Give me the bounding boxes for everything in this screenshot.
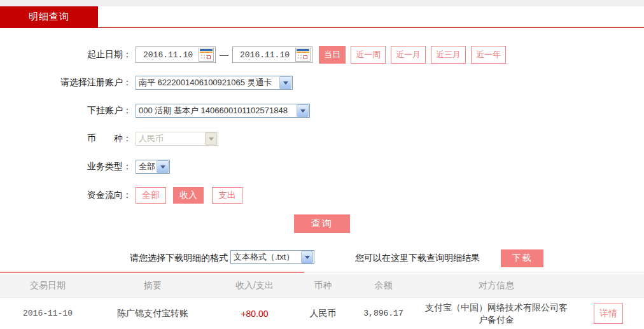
header-summary: 摘要 bbox=[95, 280, 210, 291]
header-trade-date: 交易日期 bbox=[0, 280, 95, 291]
sub-account-label: 下挂账户： bbox=[0, 105, 132, 116]
header-counterparty: 对方信息 bbox=[420, 280, 573, 291]
table-header: 交易日期 摘要 收入/支出 币种 余额 对方信息 bbox=[0, 274, 644, 298]
chevron-down-icon bbox=[157, 160, 169, 173]
currency-label: 币 种： bbox=[0, 133, 132, 144]
detail-query-page: 明细查询 起止日期： 2016.11.10 — 2016.11.10 当日 近一… bbox=[0, 0, 644, 329]
business-type-label: 业务类型： bbox=[0, 161, 132, 172]
tab-underline bbox=[0, 27, 644, 28]
download-format-select[interactable]: 文本格式（.txt） bbox=[230, 250, 314, 264]
query-button[interactable]: 查询 bbox=[294, 214, 350, 233]
sub-account-select[interactable]: 000 活期 基本户 1406600101102571848 bbox=[136, 104, 310, 118]
cell-currency: 人民币 bbox=[299, 308, 347, 319]
date-range-label: 起止日期： bbox=[0, 49, 132, 60]
calendar-icon[interactable] bbox=[295, 48, 311, 62]
date-end-input[interactable]: 2016.11.10 bbox=[232, 46, 312, 63]
business-type-value: 全部 bbox=[136, 161, 156, 172]
cell-amount: +80.00 bbox=[210, 309, 299, 319]
chevron-down-icon bbox=[301, 251, 313, 263]
download-format-value: 文本格式（.txt） bbox=[231, 251, 300, 263]
cell-summary: 陈广锦支付宝转账 bbox=[95, 308, 210, 319]
header-currency: 币种 bbox=[299, 280, 347, 291]
tab-detail-query[interactable]: 明细查询 bbox=[0, 6, 98, 27]
chevron-down-icon bbox=[279, 76, 291, 89]
date-range-separator: — bbox=[220, 50, 228, 60]
tab-title: 明细查询 bbox=[29, 11, 69, 23]
panel-bottom-divider-right bbox=[304, 272, 644, 273]
quick-range-month-button[interactable]: 近一月 bbox=[391, 46, 426, 64]
register-account-label: 请选择注册账户： bbox=[0, 77, 132, 88]
register-account-value: 南平 6222001406100921065 灵通卡 bbox=[136, 77, 279, 88]
panel-bottom-divider bbox=[0, 272, 304, 273]
quick-range-quarter-button[interactable]: 近三月 bbox=[431, 46, 466, 64]
fund-flow-expense-button[interactable]: 支出 bbox=[212, 187, 242, 204]
fund-flow-income-button[interactable]: 收入 bbox=[173, 187, 204, 204]
date-end-value: 2016.11.10 bbox=[234, 50, 295, 60]
currency-select: 人民币 bbox=[136, 132, 218, 146]
chevron-down-icon bbox=[297, 104, 309, 117]
sub-account-value: 000 活期 基本户 1406600101102571848 bbox=[136, 105, 296, 116]
quick-range-today-button[interactable]: 当日 bbox=[319, 46, 346, 64]
download-button[interactable]: 下载 bbox=[501, 249, 543, 267]
date-start-value: 2016.11.10 bbox=[137, 50, 199, 60]
header-income-expense: 收入/支出 bbox=[210, 280, 299, 291]
cell-trade-date: 2016-11-10 bbox=[0, 309, 95, 318]
header-balance: 余额 bbox=[347, 280, 420, 291]
cell-counterparty: 支付宝（中国）网络技术有限公司客户备付金 bbox=[420, 302, 573, 326]
cell-balance: 3,896.17 bbox=[347, 309, 420, 318]
chevron-down-icon bbox=[205, 132, 217, 145]
register-account-select[interactable]: 南平 6222001406100921065 灵通卡 bbox=[136, 76, 293, 90]
table-row: 2016-11-10 陈广锦支付宝转账 +80.00 人民币 3,896.17 … bbox=[0, 298, 644, 329]
cell-action: 详情 bbox=[573, 304, 644, 324]
detail-button[interactable]: 详情 bbox=[594, 304, 623, 324]
fund-flow-label: 资金流向： bbox=[0, 190, 132, 201]
calendar-icon[interactable] bbox=[199, 48, 214, 62]
currency-value: 人民币 bbox=[136, 133, 204, 144]
quick-range-week-button[interactable]: 近一周 bbox=[351, 46, 386, 64]
fund-flow-all-button[interactable]: 全部 bbox=[136, 187, 166, 204]
top-strip bbox=[0, 0, 644, 6]
date-start-input[interactable]: 2016.11.10 bbox=[136, 46, 216, 63]
download-format-label: 请您选择下载明细的格式 bbox=[0, 253, 228, 264]
download-hint: 您可以在这里下载查询明细结果 bbox=[355, 253, 480, 264]
quick-range-year-button[interactable]: 近一年 bbox=[471, 46, 506, 64]
business-type-select[interactable]: 全部 bbox=[136, 160, 170, 174]
